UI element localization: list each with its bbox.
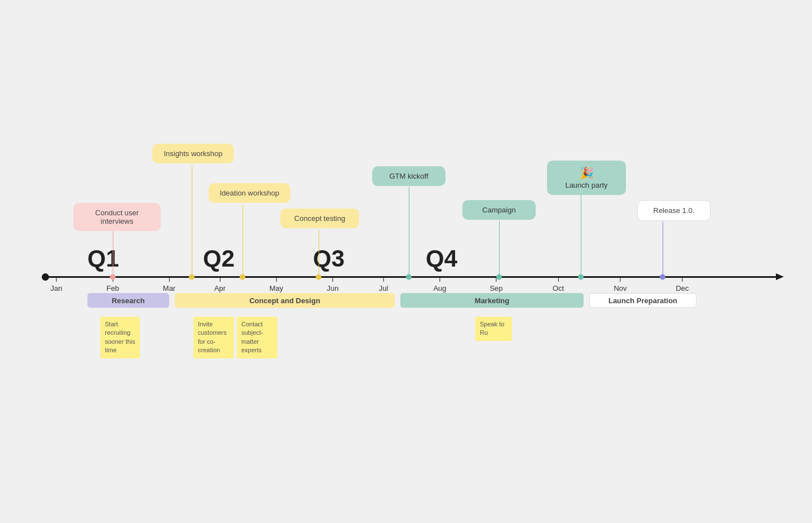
event-card-concept-testing[interactable]: Concept testing: [280, 209, 359, 228]
dot-launch-party: [578, 274, 584, 280]
event-card-insights-workshop[interactable]: Insights workshop: [152, 144, 234, 163]
event-card-gtm-kickoff[interactable]: GTM kickoff: [372, 166, 445, 186]
phase-bar-concept-and-design: Concept and Design: [175, 293, 395, 308]
connector-conduct-user-interviews: [113, 224, 113, 276]
connector-concept-testing: [319, 230, 319, 276]
month-marker-dec: Dec: [676, 276, 689, 292]
dot-insights-workshop: [189, 274, 195, 280]
sticky-note-sticky-1: Start recruiting sooner this time: [100, 317, 140, 358]
month-marker-apr: Apr: [214, 276, 226, 292]
event-card-launch-party[interactable]: 🎉Launch party: [547, 161, 626, 195]
sticky-note-sticky-4: Speak to Ru: [475, 317, 512, 341]
month-marker-mar: Mar: [163, 276, 175, 292]
event-card-campaign[interactable]: Campaign: [462, 200, 536, 220]
sticky-note-sticky-3: Contact subject-matter experts: [237, 317, 277, 358]
timeline-axis: [45, 276, 778, 278]
phase-bar-research: Research: [87, 293, 169, 308]
quarter-label-q2: Q2: [203, 245, 235, 272]
connector-launch-party: [581, 181, 581, 276]
event-card-conduct-user-interviews[interactable]: Conduct user interviews: [73, 203, 161, 231]
sticky-note-sticky-2: Invite customers for co-creation: [193, 317, 234, 358]
dot-gtm-kickoff: [406, 274, 412, 280]
quarter-label-q4: Q4: [426, 245, 457, 272]
emoji-icon: 🎉: [555, 166, 618, 180]
quarter-label-q1: Q1: [87, 245, 119, 272]
event-card-ideation-workshop[interactable]: Ideation workshop: [209, 183, 290, 203]
month-marker-jan: Jan: [51, 276, 63, 292]
connector-ideation-workshop: [242, 205, 243, 276]
month-marker-aug: Aug: [433, 276, 446, 292]
dot-ideation-workshop: [240, 274, 245, 280]
connector-release-1: [663, 221, 663, 276]
dot-conduct-user-interviews: [110, 274, 116, 280]
quarter-label-q3: Q3: [313, 245, 345, 272]
month-marker-oct: Oct: [553, 276, 564, 292]
dot-release-1: [660, 274, 665, 280]
month-marker-jun: Jun: [327, 276, 339, 292]
connector-gtm-kickoff: [409, 187, 409, 276]
event-card-release-1[interactable]: Release 1.0.: [637, 200, 710, 221]
connector-campaign: [499, 221, 500, 276]
month-marker-nov: Nov: [614, 276, 626, 292]
dot-concept-testing: [316, 274, 321, 280]
month-marker-may: May: [270, 276, 284, 292]
phase-bar-launch-preparation: Launch Preparation: [589, 293, 696, 308]
timeline-container: JanFebMarAprMayJunJulAugSepOctNovDecQ1Q2…: [0, 0, 812, 523]
dot-campaign: [496, 274, 502, 280]
month-marker-jul: Jul: [379, 276, 389, 292]
connector-insights-workshop: [192, 166, 192, 276]
phase-bar-marketing: Marketing: [400, 293, 584, 308]
